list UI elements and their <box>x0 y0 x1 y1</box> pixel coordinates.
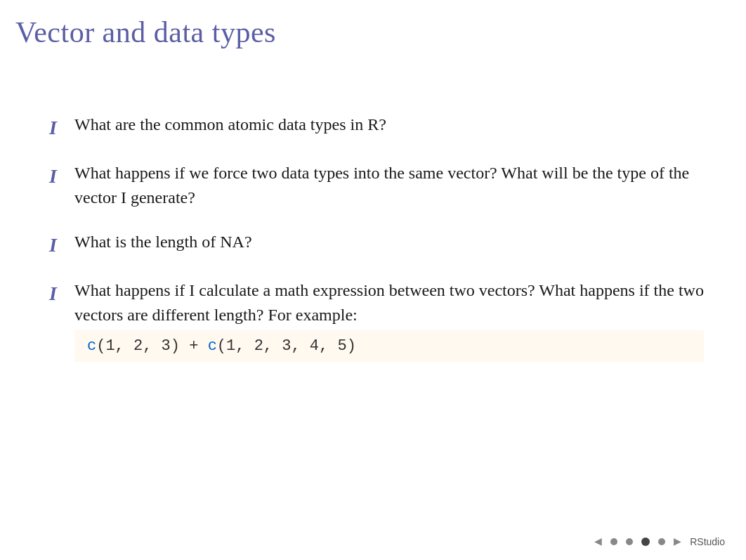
nav-dot-1[interactable] <box>610 538 617 545</box>
code-plus: + <box>189 337 198 355</box>
list-item: I What is the length of NA? <box>49 230 704 259</box>
nav-dot-4[interactable] <box>658 538 665 545</box>
list-text-4: What happens if I calculate a math expre… <box>74 281 704 324</box>
list-item: I What are the common atomic data types … <box>49 112 704 141</box>
nav-dot-2[interactable] <box>626 538 633 545</box>
page-title: Vector and data types <box>0 0 746 49</box>
bottom-navigation: ◀ ▶ RStudio <box>594 535 725 547</box>
code-paren-open-2: (1, 2, 3, 4, 5) <box>217 337 356 355</box>
list-bullet-4: I <box>49 280 74 307</box>
list-bullet-3: I <box>49 231 74 259</box>
list-item: I What happens if I calculate a math exp… <box>49 278 704 362</box>
code-block: c(1, 2, 3) + c(1, 2, 3, 4, 5) <box>74 330 704 362</box>
list-text-3: What is the length of NA? <box>74 230 704 254</box>
list-text-2: What happens if we force two data types … <box>74 161 704 210</box>
nav-prev-icon[interactable]: ◀ <box>594 535 602 547</box>
content-area: I What are the common atomic data types … <box>0 70 746 362</box>
list-bullet-1: I <box>49 114 74 141</box>
nav-dot-3[interactable] <box>641 538 650 546</box>
code-paren-open-1: (1, 2, 3) <box>96 337 180 355</box>
list-text-1: What are the common atomic data types in… <box>74 112 704 137</box>
list-item: I What happens if we force two data type… <box>49 161 704 210</box>
nav-rstudio-label: RStudio <box>690 536 725 547</box>
nav-next-icon[interactable]: ▶ <box>674 535 681 547</box>
code-function-c2: c <box>208 337 217 355</box>
list-bullet-2: I <box>49 162 74 190</box>
code-function-c1: c <box>87 337 96 355</box>
